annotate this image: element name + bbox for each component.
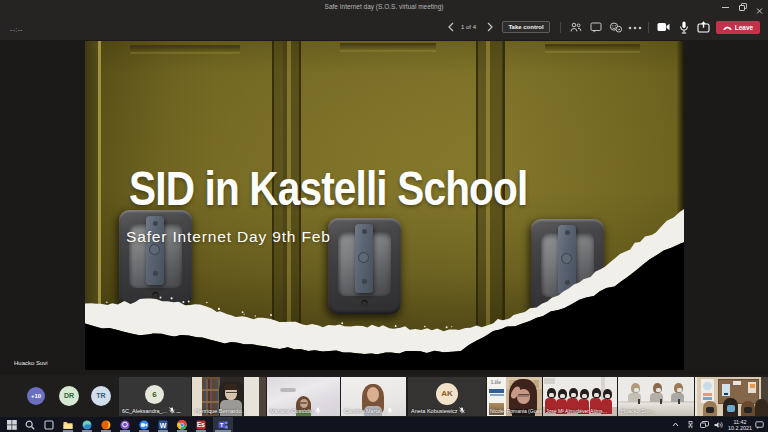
svg-text:Es: Es bbox=[197, 421, 205, 428]
svg-text:W: W bbox=[160, 421, 167, 428]
